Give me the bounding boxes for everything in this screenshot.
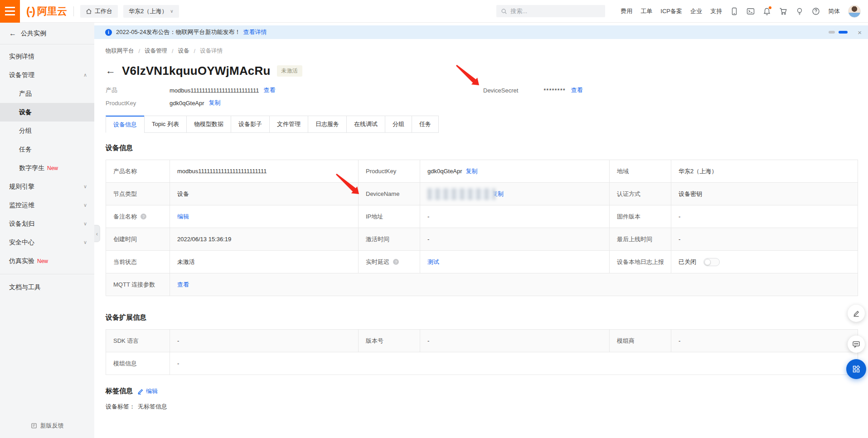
collapse-chevron-icon: ‹ [96, 230, 98, 237]
hamburger-menu-icon[interactable] [0, 0, 20, 23]
new-badge: New [47, 165, 58, 171]
new-badge: New [37, 258, 48, 264]
carousel-dot-active[interactable] [839, 31, 848, 34]
last-online-time-value: - [671, 228, 858, 251]
sidebar-item-digital-twin[interactable]: 数字孪生 New [0, 159, 94, 177]
tab-tasks[interactable]: 任务 [412, 116, 439, 133]
global-search[interactable] [496, 5, 605, 17]
breadcrumb-devices[interactable]: 设备 [178, 47, 189, 55]
terminal-icon[interactable] [747, 7, 755, 15]
sidebar-item-monitoring-ops[interactable]: 监控运维 ∨ [0, 196, 94, 214]
device-tags-label: 设备标签： [106, 403, 135, 410]
edit-remark-link[interactable]: 编辑 [177, 213, 189, 221]
local-log-status: 已关闭 [679, 258, 696, 266]
feedback-button[interactable]: 新版反馈 [0, 418, 94, 433]
cart-icon[interactable] [779, 7, 787, 15]
module-vendor-value: - [671, 330, 858, 352]
workbench-button[interactable]: 工作台 [80, 5, 118, 18]
sidebar-item-device-assignment[interactable]: 设备划归 ∨ [0, 214, 94, 233]
info-icon [105, 29, 112, 36]
product-value: modbus111111111111111111111111 [170, 87, 259, 94]
alibaba-cloud-logo[interactable]: (-) 阿里云 [26, 5, 67, 18]
sdk-language-value: - [170, 330, 359, 352]
tab-topic-list[interactable]: Topic 列表 [144, 116, 187, 133]
firmware-version-value: - [671, 205, 858, 228]
divider [0, 274, 94, 274]
latency-test-link[interactable]: 测试 [427, 258, 439, 266]
lamp-icon[interactable] [795, 7, 804, 15]
home-icon [86, 8, 92, 15]
chevron-down-icon: ∨ [83, 239, 87, 245]
search-input[interactable] [510, 8, 592, 15]
app-grid-icon [852, 365, 860, 373]
floating-apps-button[interactable] [846, 359, 866, 379]
sidebar-item-rules-engine[interactable]: 规则引擎 ∨ [0, 177, 94, 196]
current-status-value: 未激活 [170, 251, 359, 273]
devicename-label: DeviceName [359, 183, 420, 205]
user-avatar[interactable] [848, 5, 861, 18]
menu-tickets[interactable]: 工单 [640, 7, 652, 15]
device-secret-masked: ******** [543, 87, 565, 94]
tab-log-service[interactable]: 日志服务 [308, 116, 347, 133]
section-title-device-info: 设备信息 [106, 144, 858, 152]
local-log-toggle[interactable] [703, 258, 720, 266]
sidebar-item-device-management[interactable]: 设备管理 ∧ [0, 66, 94, 84]
back-button[interactable]: ← [106, 65, 116, 77]
device-secret-view-link[interactable]: 查看 [571, 86, 583, 94]
mqtt-params-view-link[interactable]: 查看 [177, 281, 189, 289]
help-tooltip-icon[interactable] [141, 214, 146, 219]
language-switch[interactable]: 简体 [828, 7, 840, 15]
productkey-value: gdk0qGteApr [170, 100, 204, 107]
sidebar-item-groups[interactable]: 分组 [0, 122, 94, 140]
announcement-banner: 2022-05-24发布公告：物联网平台新功能发布！ 查看详情 × [94, 25, 868, 39]
menu-billing[interactable]: 费用 [621, 7, 632, 15]
logo-text: 阿里云 [37, 5, 67, 18]
search-icon [501, 8, 507, 15]
help-icon[interactable] [812, 7, 820, 15]
product-label: 产品 [106, 86, 170, 94]
announcement-detail-link[interactable]: 查看详情 [243, 28, 267, 36]
product-view-link[interactable]: 查看 [264, 86, 276, 94]
sidebar-item-simulation[interactable]: 仿真实验 New [0, 252, 94, 270]
carousel-dot[interactable] [829, 31, 835, 34]
notification-dot [769, 6, 771, 9]
breadcrumb-device-management[interactable]: 设备管理 [145, 47, 167, 55]
tab-online-debug[interactable]: 在线调试 [346, 116, 385, 133]
device-meta: 产品 modbus111111111111111111111111 查看 Dev… [106, 84, 858, 109]
notification-bell-icon[interactable] [763, 7, 771, 15]
devicename-redacted-blur [427, 188, 495, 200]
sidebar-back-public-instance[interactable]: ← 公共实例 [0, 23, 94, 44]
version-value: - [420, 330, 610, 352]
sidebar-item-products[interactable]: 产品 [0, 84, 94, 103]
floating-edit-button[interactable] [848, 305, 865, 322]
sidebar-item-security-center[interactable]: 安全中心 ∨ [0, 233, 94, 252]
product-name-value: modbus111111111111111111111111 [170, 160, 359, 183]
breadcrumb-iot-platform[interactable]: 物联网平台 [106, 47, 134, 55]
sidebar-collapse-handle[interactable]: ‹ [94, 225, 100, 242]
productkey-copy-link[interactable]: 复制 [209, 99, 221, 107]
tab-device-info[interactable]: 设备信息 [106, 116, 145, 133]
device-name-title: V6lzVN1kquuOYWjMAcRu [122, 64, 271, 78]
app-icon[interactable] [730, 7, 738, 15]
menu-support[interactable]: 支持 [710, 7, 722, 15]
tab-device-shadow[interactable]: 设备影子 [231, 116, 270, 133]
status-badge-inactive: 未激活 [277, 65, 302, 77]
sidebar-item-tasks[interactable]: 任务 [0, 140, 94, 159]
sidebar-item-instance-detail[interactable]: 实例详情 [0, 47, 94, 66]
close-icon[interactable]: × [858, 29, 862, 36]
floating-feedback-button[interactable] [848, 336, 865, 353]
tab-file-management[interactable]: 文件管理 [269, 116, 308, 133]
back-arrow-icon: ← [9, 29, 16, 38]
region-selector[interactable]: 华东2（上海） ∨ [123, 5, 179, 18]
copy-productkey-link[interactable]: 复制 [466, 167, 478, 175]
menu-enterprise[interactable]: 企业 [690, 7, 702, 15]
menu-icp[interactable]: ICP备案 [660, 7, 682, 15]
edit-tags-button[interactable]: 编辑 [137, 387, 158, 395]
sidebar-item-docs-tools[interactable]: 文档与工具 [0, 278, 94, 297]
tab-groups[interactable]: 分组 [385, 116, 412, 133]
announcement-text: 2022-05-24发布公告：物联网平台新功能发布！ [116, 28, 241, 36]
help-tooltip-icon[interactable] [393, 259, 399, 265]
tab-thing-model-data[interactable]: 物模型数据 [186, 116, 231, 133]
sidebar-item-devices[interactable]: 设备 [0, 103, 94, 122]
breadcrumb: 物联网平台 / 设备管理 / 设备 / 设备详情 [106, 47, 858, 55]
